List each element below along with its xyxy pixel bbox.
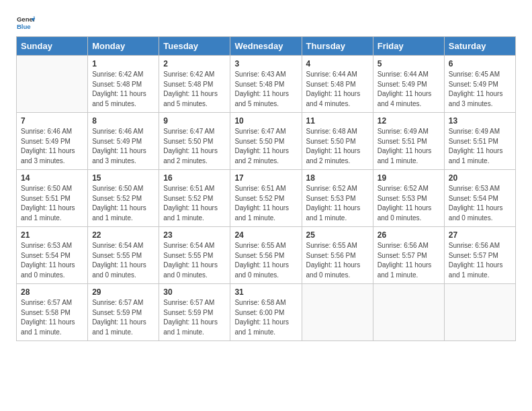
calendar-cell: 8Sunrise: 6:46 AMSunset: 5:49 PMDaylight… [88,113,159,170]
day-info: Sunrise: 6:53 AMSunset: 5:54 PMDaylight:… [21,241,83,280]
col-header-thursday: Thursday [302,37,373,56]
calendar-cell: 24Sunrise: 6:55 AMSunset: 5:56 PMDayligh… [230,227,302,284]
day-info: Sunrise: 6:42 AMSunset: 5:48 PMDaylight:… [163,70,226,109]
day-number: 31 [234,287,297,297]
calendar-cell: 20Sunrise: 6:53 AMSunset: 5:54 PMDayligh… [444,170,515,227]
day-number: 8 [92,116,154,126]
day-number: 24 [234,230,297,240]
calendar-cell: 18Sunrise: 6:52 AMSunset: 5:53 PMDayligh… [302,170,373,227]
day-number: 19 [378,173,440,183]
calendar-cell: 7Sunrise: 6:46 AMSunset: 5:49 PMDaylight… [17,113,88,170]
day-info: Sunrise: 6:46 AMSunset: 5:49 PMDaylight:… [92,127,154,166]
day-info: Sunrise: 6:49 AMSunset: 5:51 PMDaylight:… [378,127,440,166]
calendar-cell: 26Sunrise: 6:56 AMSunset: 5:57 PMDayligh… [373,227,444,284]
calendar-cell: 3Sunrise: 6:43 AMSunset: 5:48 PMDaylight… [230,56,302,113]
day-number: 21 [21,230,83,240]
calendar-week-row: 21Sunrise: 6:53 AMSunset: 5:54 PMDayligh… [17,227,516,284]
day-info: Sunrise: 6:43 AMSunset: 5:48 PMDaylight:… [234,70,297,109]
day-info: Sunrise: 6:47 AMSunset: 5:50 PMDaylight:… [163,127,226,166]
calendar-week-row: 1Sunrise: 6:42 AMSunset: 5:48 PMDaylight… [17,56,516,113]
day-number: 18 [306,173,369,183]
calendar-cell: 11Sunrise: 6:48 AMSunset: 5:50 PMDayligh… [302,113,373,170]
calendar-cell: 10Sunrise: 6:47 AMSunset: 5:50 PMDayligh… [230,113,302,170]
day-info: Sunrise: 6:48 AMSunset: 5:50 PMDaylight:… [306,127,369,166]
calendar-cell: 30Sunrise: 6:57 AMSunset: 5:59 PMDayligh… [159,284,230,341]
day-info: Sunrise: 6:55 AMSunset: 5:56 PMDaylight:… [306,241,369,280]
day-info: Sunrise: 6:50 AMSunset: 5:51 PMDaylight:… [21,184,83,223]
day-number: 22 [92,230,154,240]
day-number: 13 [449,116,511,126]
day-number: 29 [92,287,154,297]
day-info: Sunrise: 6:57 AMSunset: 5:58 PMDaylight:… [21,298,83,337]
day-number: 12 [378,116,440,126]
day-number: 10 [234,116,297,126]
day-info: Sunrise: 6:51 AMSunset: 5:52 PMDaylight:… [234,184,297,223]
calendar-cell: 13Sunrise: 6:49 AMSunset: 5:51 PMDayligh… [444,113,515,170]
day-number: 17 [234,173,297,183]
calendar-cell [373,284,444,341]
logo-icon: General Blue [16,13,35,32]
day-number: 9 [163,116,226,126]
calendar-table: SundayMondayTuesdayWednesdayThursdayFrid… [16,36,516,341]
day-info: Sunrise: 6:45 AMSunset: 5:49 PMDaylight:… [449,70,511,109]
calendar-week-row: 7Sunrise: 6:46 AMSunset: 5:49 PMDaylight… [17,113,516,170]
calendar-cell: 6Sunrise: 6:45 AMSunset: 5:49 PMDaylight… [444,56,515,113]
day-number: 5 [378,59,440,68]
day-number: 11 [306,116,369,126]
day-number: 6 [449,59,511,68]
col-header-friday: Friday [373,37,444,56]
col-header-wednesday: Wednesday [230,37,302,56]
day-info: Sunrise: 6:55 AMSunset: 5:56 PMDaylight:… [234,241,297,280]
day-info: Sunrise: 6:54 AMSunset: 5:55 PMDaylight:… [163,241,226,280]
calendar-cell [302,284,373,341]
calendar-cell [444,284,515,341]
day-number: 27 [449,230,511,240]
day-info: Sunrise: 6:47 AMSunset: 5:50 PMDaylight:… [234,127,297,166]
calendar-cell: 17Sunrise: 6:51 AMSunset: 5:52 PMDayligh… [230,170,302,227]
logo: General Blue [16,13,35,32]
day-info: Sunrise: 6:56 AMSunset: 5:57 PMDaylight:… [449,241,511,280]
calendar-week-row: 14Sunrise: 6:50 AMSunset: 5:51 PMDayligh… [17,170,516,227]
calendar-cell: 29Sunrise: 6:57 AMSunset: 5:59 PMDayligh… [88,284,159,341]
calendar-cell: 15Sunrise: 6:50 AMSunset: 5:52 PMDayligh… [88,170,159,227]
calendar-cell: 14Sunrise: 6:50 AMSunset: 5:51 PMDayligh… [17,170,88,227]
page-header: General Blue [16,13,516,32]
day-number: 14 [21,173,83,183]
col-header-tuesday: Tuesday [159,37,230,56]
calendar-header-row: SundayMondayTuesdayWednesdayThursdayFrid… [17,37,516,56]
day-number: 1 [92,59,154,68]
day-info: Sunrise: 6:52 AMSunset: 5:53 PMDaylight:… [378,184,440,223]
calendar-cell: 31Sunrise: 6:58 AMSunset: 6:00 PMDayligh… [230,284,302,341]
calendar-cell: 22Sunrise: 6:54 AMSunset: 5:55 PMDayligh… [88,227,159,284]
col-header-monday: Monday [88,37,159,56]
calendar-cell: 2Sunrise: 6:42 AMSunset: 5:48 PMDaylight… [159,56,230,113]
day-info: Sunrise: 6:52 AMSunset: 5:53 PMDaylight:… [306,184,369,223]
calendar-cell [17,56,88,113]
day-number: 23 [163,230,226,240]
col-header-sunday: Sunday [17,37,88,56]
day-number: 3 [234,59,297,68]
calendar-cell: 25Sunrise: 6:55 AMSunset: 5:56 PMDayligh… [302,227,373,284]
day-info: Sunrise: 6:51 AMSunset: 5:52 PMDaylight:… [163,184,226,223]
day-number: 4 [306,59,369,68]
day-info: Sunrise: 6:46 AMSunset: 5:49 PMDaylight:… [21,127,83,166]
day-info: Sunrise: 6:44 AMSunset: 5:49 PMDaylight:… [378,70,440,109]
day-info: Sunrise: 6:53 AMSunset: 5:54 PMDaylight:… [449,184,511,223]
calendar-cell: 23Sunrise: 6:54 AMSunset: 5:55 PMDayligh… [159,227,230,284]
calendar-cell: 28Sunrise: 6:57 AMSunset: 5:58 PMDayligh… [17,284,88,341]
day-info: Sunrise: 6:50 AMSunset: 5:52 PMDaylight:… [92,184,154,223]
day-number: 25 [306,230,369,240]
calendar-cell: 16Sunrise: 6:51 AMSunset: 5:52 PMDayligh… [159,170,230,227]
day-number: 28 [21,287,83,297]
calendar-cell: 9Sunrise: 6:47 AMSunset: 5:50 PMDaylight… [159,113,230,170]
calendar-cell: 5Sunrise: 6:44 AMSunset: 5:49 PMDaylight… [373,56,444,113]
day-number: 26 [378,230,440,240]
day-info: Sunrise: 6:57 AMSunset: 5:59 PMDaylight:… [163,298,226,337]
day-number: 2 [163,59,226,68]
calendar-cell: 1Sunrise: 6:42 AMSunset: 5:48 PMDaylight… [88,56,159,113]
calendar-cell: 27Sunrise: 6:56 AMSunset: 5:57 PMDayligh… [444,227,515,284]
day-info: Sunrise: 6:57 AMSunset: 5:59 PMDaylight:… [92,298,154,337]
day-number: 20 [449,173,511,183]
calendar-week-row: 28Sunrise: 6:57 AMSunset: 5:58 PMDayligh… [17,284,516,341]
calendar-cell: 12Sunrise: 6:49 AMSunset: 5:51 PMDayligh… [373,113,444,170]
